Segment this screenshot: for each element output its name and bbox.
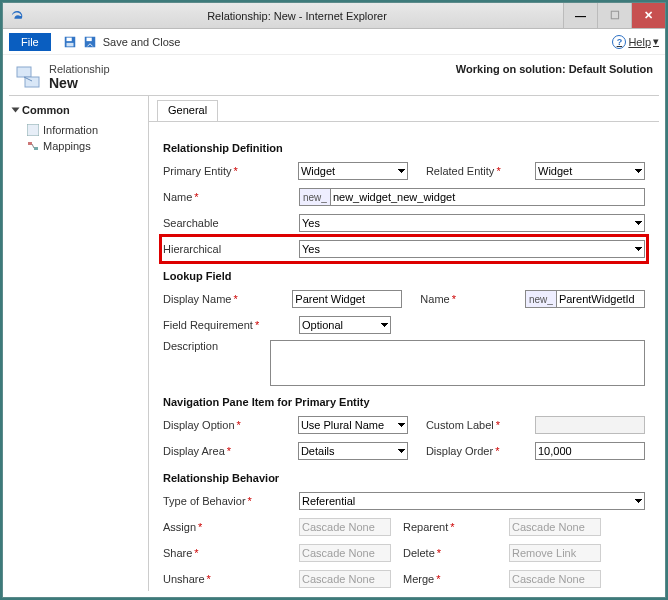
reparent-select: Cascade None bbox=[509, 518, 601, 536]
svg-rect-5 bbox=[17, 67, 31, 77]
section-behavior: Relationship Behavior bbox=[163, 472, 645, 484]
ie-icon bbox=[9, 8, 25, 24]
type-behavior-select[interactable]: Referential bbox=[299, 492, 645, 510]
relationship-icon bbox=[15, 63, 43, 91]
display-option-select[interactable]: Use Plural Name bbox=[298, 416, 408, 434]
section-nav-pane: Navigation Pane Item for Primary Entity bbox=[163, 396, 645, 408]
share-select: Cascade None bbox=[299, 544, 391, 562]
merge-select: Cascade None bbox=[509, 570, 601, 588]
sidebar-item-information[interactable]: Information bbox=[13, 122, 144, 138]
label-reparent: Reparent* bbox=[403, 521, 503, 533]
label-assign: Assign* bbox=[163, 521, 293, 533]
label-searchable: Searchable bbox=[163, 217, 293, 229]
caret-icon bbox=[12, 108, 20, 113]
label-custom-label: Custom Label* bbox=[426, 419, 529, 431]
section-relationship-definition: Relationship Definition bbox=[163, 142, 645, 154]
name-prefix: new_ bbox=[299, 188, 330, 206]
help-label: Help bbox=[628, 36, 651, 48]
label-display-area: Display Area* bbox=[163, 445, 292, 457]
label-type-behavior: Type of Behavior* bbox=[163, 495, 293, 507]
label-name: Name* bbox=[163, 191, 293, 203]
save-close-icon[interactable] bbox=[83, 35, 97, 49]
window-title: Relationship: New - Internet Explorer bbox=[31, 10, 563, 22]
primary-entity-select[interactable]: Widget bbox=[298, 162, 408, 180]
sidebar: Common Information Mappings bbox=[9, 96, 149, 591]
content-area: General Relationship Definition Primary … bbox=[149, 96, 659, 591]
assign-select: Cascade None bbox=[299, 518, 391, 536]
save-icon[interactable] bbox=[63, 35, 77, 49]
sidebar-section-common[interactable]: Common bbox=[13, 104, 144, 116]
hierarchical-row-highlighted: Hierarchical Yes bbox=[163, 238, 645, 260]
svg-rect-1 bbox=[66, 37, 71, 41]
toolbar: File Save and Close ? Help ▾ bbox=[3, 29, 665, 55]
svg-rect-2 bbox=[66, 42, 73, 46]
field-requirement-select[interactable]: Optional bbox=[299, 316, 391, 334]
unshare-select: Cascade None bbox=[299, 570, 391, 588]
svg-rect-8 bbox=[27, 124, 39, 136]
svg-rect-4 bbox=[86, 37, 91, 41]
label-lookup-name: Name* bbox=[420, 293, 519, 305]
minimize-button[interactable]: — bbox=[563, 3, 597, 28]
form-header: Relationship New Working on solution: De… bbox=[3, 55, 665, 95]
maximize-button[interactable]: ☐ bbox=[597, 3, 631, 28]
record-name: New bbox=[49, 75, 110, 91]
custom-label-input bbox=[535, 416, 645, 434]
body: Common Information Mappings General Rela… bbox=[9, 95, 659, 591]
label-merge: Merge* bbox=[403, 573, 503, 585]
searchable-select[interactable]: Yes bbox=[299, 214, 645, 232]
display-order-input[interactable] bbox=[535, 442, 645, 460]
delete-select: Remove Link bbox=[509, 544, 601, 562]
label-field-requirement: Field Requirement* bbox=[163, 319, 293, 331]
display-name-input[interactable] bbox=[292, 290, 402, 308]
close-button[interactable]: ✕ bbox=[631, 3, 665, 28]
solution-label: Working on solution: Default Solution bbox=[456, 63, 653, 75]
hierarchical-select[interactable]: Yes bbox=[299, 240, 645, 258]
label-display-option: Display Option* bbox=[163, 419, 292, 431]
chevron-down-icon: ▾ bbox=[653, 35, 659, 48]
titlebar: Relationship: New - Internet Explorer — … bbox=[3, 3, 665, 29]
info-icon bbox=[27, 124, 39, 136]
save-close-button[interactable]: Save and Close bbox=[103, 36, 181, 48]
label-display-order: Display Order* bbox=[426, 445, 529, 457]
form-inner: Relationship Definition Primary Entity* … bbox=[149, 122, 659, 591]
help-icon: ? bbox=[612, 35, 626, 49]
name-input[interactable] bbox=[330, 188, 645, 206]
section-lookup-field: Lookup Field bbox=[163, 270, 645, 282]
label-display-name: Display Name* bbox=[163, 293, 286, 305]
lookup-name-input[interactable] bbox=[556, 290, 645, 308]
tab-general[interactable]: General bbox=[157, 100, 218, 121]
sidebar-item-mappings[interactable]: Mappings bbox=[13, 138, 144, 154]
display-area-select[interactable]: Details bbox=[298, 442, 408, 460]
label-primary-entity: Primary Entity* bbox=[163, 165, 292, 177]
label-description: Description bbox=[163, 340, 264, 352]
entity-type-label: Relationship bbox=[49, 63, 110, 75]
label-hierarchical: Hierarchical bbox=[163, 243, 293, 255]
related-entity-select[interactable]: Widget bbox=[535, 162, 645, 180]
svg-line-11 bbox=[32, 144, 34, 148]
help-menu[interactable]: ? Help ▾ bbox=[612, 35, 659, 49]
header-text: Relationship New bbox=[49, 63, 110, 91]
label-unshare: Unshare* bbox=[163, 573, 293, 585]
description-textarea[interactable] bbox=[270, 340, 645, 386]
label-delete: Delete* bbox=[403, 547, 503, 559]
mappings-icon bbox=[27, 140, 39, 152]
app-window: Relationship: New - Internet Explorer — … bbox=[2, 2, 666, 598]
svg-rect-9 bbox=[28, 142, 32, 145]
window-buttons: — ☐ ✕ bbox=[563, 3, 665, 28]
tab-row: General bbox=[149, 100, 659, 122]
file-menu[interactable]: File bbox=[9, 33, 51, 51]
svg-rect-10 bbox=[34, 147, 38, 150]
label-related-entity: Related Entity* bbox=[426, 165, 529, 177]
label-share: Share* bbox=[163, 547, 293, 559]
lookup-name-prefix: new_ bbox=[525, 290, 556, 308]
